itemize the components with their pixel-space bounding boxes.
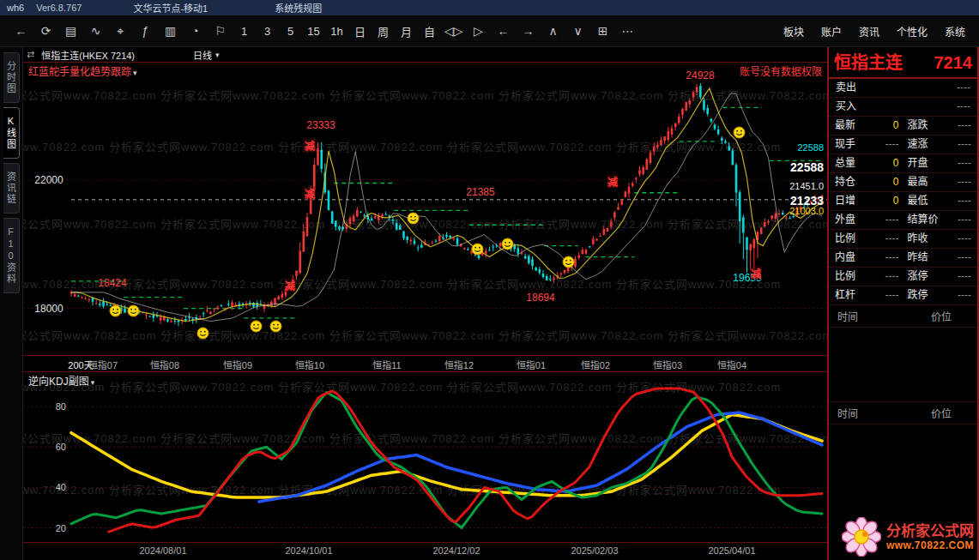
period-button-5[interactable]: 日 xyxy=(348,23,372,39)
toolbar-menu-1[interactable]: 账户 xyxy=(821,24,842,39)
quote-cell-right: 昨结---- xyxy=(903,251,976,264)
indicator-name[interactable]: 红蓝舵手量化趋势跟踪▾ xyxy=(28,63,137,78)
toolbar-menu-3[interactable]: 个性化 xyxy=(897,24,928,39)
trend-line-icon[interactable]: ∿ xyxy=(83,24,108,38)
quote-row-5: 外盘----结算价---- xyxy=(829,211,977,230)
field-label: 最高 xyxy=(908,176,928,189)
x-axis-label: 恒指12 xyxy=(444,358,474,371)
period-label: 日线 xyxy=(193,48,212,62)
field-value: ---- xyxy=(958,270,971,283)
sell-value: ---- xyxy=(957,81,970,94)
toolbar-extra-icons: ◁▷▷←→∧∨⊞⋯ xyxy=(441,24,640,38)
app-version: Ver6.8.767 xyxy=(36,3,82,13)
period-button-0[interactable]: 1 xyxy=(233,25,256,38)
candlestick-svg: 2200018000 xyxy=(23,63,827,355)
indicator-name-text: 红蓝舵手量化趋势跟踪 xyxy=(28,66,131,78)
svg-text:20: 20 xyxy=(56,523,66,533)
cloud-node-menu[interactable]: 文华云节点-移动1 xyxy=(133,1,208,15)
next-icon[interactable]: → xyxy=(516,24,541,38)
field-value: ---- xyxy=(885,214,899,226)
field-label: 内盘 xyxy=(835,251,855,264)
date-axis-label: 2024/10/01 xyxy=(285,545,332,556)
alert-flag-icon[interactable]: ⚐ xyxy=(208,24,233,38)
expand-down-icon[interactable]: ∨ xyxy=(565,24,590,38)
quote-cell-right: 速涨---- xyxy=(903,138,976,151)
quote-cell-right: 最高---- xyxy=(903,176,976,189)
field-value: ---- xyxy=(958,119,971,132)
sell-row[interactable]: 卖出 ---- xyxy=(829,79,977,98)
period-button-8[interactable]: 自 xyxy=(418,23,441,39)
period-selector[interactable]: 日线 ▾ xyxy=(193,48,220,62)
quote-cell-right: 最低---- xyxy=(903,195,976,208)
toolbar-menu-0[interactable]: 板块 xyxy=(783,24,804,39)
compare-icon[interactable]: ◁▷ xyxy=(441,24,466,38)
field-label: 昨收 xyxy=(908,232,928,245)
sidebar-tab-3[interactable]: F10资料 xyxy=(3,218,20,293)
chart-column: ⇄ 恒指主连(HKEX 7214) 日线 ▾ 2200018000 249282… xyxy=(23,47,827,560)
quote-cell-right: 结算价---- xyxy=(903,214,976,226)
quote-cell-left: 现手---- xyxy=(831,138,903,151)
date-axis-label: 2025/04/01 xyxy=(708,545,755,556)
prev-icon[interactable]: ← xyxy=(491,24,516,38)
field-label: 跌停 xyxy=(908,289,928,302)
field-value: 0 xyxy=(893,157,899,170)
field-value: 0 xyxy=(893,195,899,208)
period-button-3[interactable]: 15 xyxy=(302,25,325,38)
more-icon[interactable]: ⋯ xyxy=(615,24,640,38)
period-button-4[interactable]: 1h xyxy=(325,25,348,38)
svg-text:60: 60 xyxy=(56,442,66,452)
pie-icon[interactable]: ◔ xyxy=(183,24,208,38)
buy-row[interactable]: 买入 ---- xyxy=(829,98,977,117)
chart-header: ⇄ 恒指主连(HKEX 7214) 日线 ▾ xyxy=(23,47,827,63)
price-col-label: 价位 xyxy=(931,309,952,323)
period-button-7[interactable]: 月 xyxy=(395,23,418,39)
formula-icon[interactable]: ƒ xyxy=(133,24,158,38)
field-value: ---- xyxy=(958,138,971,151)
chevron-down-icon: ▾ xyxy=(133,69,137,77)
x-axis-label: 恒指01 xyxy=(517,358,546,371)
quote-panel: 恒指主连 7214 卖出 ---- 买入 ---- 最新0涨跌----现手---… xyxy=(827,47,979,560)
refresh-icon[interactable]: ⟳ xyxy=(33,24,58,38)
price-chart[interactable]: 2200018000 24928233331842418694196532138… xyxy=(23,63,827,356)
period-button-6[interactable]: 周 xyxy=(372,23,395,39)
collapse-up-icon[interactable]: ∧ xyxy=(541,24,565,38)
time-price-header-2: 时间 价位 xyxy=(829,402,977,425)
field-value: ---- xyxy=(885,138,899,151)
sidebar-tab-1[interactable]: K线图 xyxy=(3,107,20,159)
quote-title: 恒指主连 7214 xyxy=(829,47,977,79)
play-icon[interactable]: ▷ xyxy=(466,24,491,38)
candlestick-icon[interactable]: ▥ xyxy=(158,24,183,38)
quote-cell-left: 杠杆---- xyxy=(831,289,903,302)
report-table-icon[interactable]: ▤ xyxy=(58,24,83,38)
quote-cell-left: 内盘---- xyxy=(831,251,903,264)
quote-cell-right: 涨跌---- xyxy=(903,119,976,132)
toolbar-menu-4[interactable]: 系统 xyxy=(945,24,965,39)
svg-text:18000: 18000 xyxy=(34,303,63,315)
quote-cell-left: 最新0 xyxy=(831,119,903,132)
period-button-2[interactable]: 5 xyxy=(279,25,302,38)
field-label: 日增 xyxy=(835,195,855,208)
crosshair-icon[interactable]: ⌖ xyxy=(108,24,133,39)
field-label: 最新 xyxy=(835,119,855,132)
symbol-title: 恒指主连(HKEX 7214) xyxy=(41,48,135,62)
field-value: 0 xyxy=(893,176,899,189)
field-value: 0 xyxy=(893,119,899,132)
sidebar-tab-2[interactable]: 资讯链 xyxy=(3,163,20,214)
kdj-indicator-text: 逆向KDJ副图 xyxy=(28,376,89,388)
field-label: 比例 xyxy=(835,232,855,245)
kdj-panel[interactable]: 80604020 逆向KDJ副图▾ xyxy=(23,372,827,543)
x-axis-label: 恒指09 xyxy=(223,358,252,371)
system-menu[interactable]: 系统残规图 xyxy=(275,1,322,15)
period-button-1[interactable]: 3 xyxy=(256,25,279,38)
field-value: ---- xyxy=(885,232,899,245)
add-window-icon[interactable]: ⊞ xyxy=(590,24,615,38)
sidebar-tab-0[interactable]: 分时图 xyxy=(3,52,20,103)
toolbar-menu-2[interactable]: 资讯 xyxy=(859,24,879,39)
quote-row-8: 比例----涨停---- xyxy=(829,268,977,286)
kdj-indicator-name[interactable]: 逆向KDJ副图▾ xyxy=(28,373,94,388)
link-contract-icon[interactable]: ⇄ xyxy=(27,49,34,60)
quote-cell-right: 开盘---- xyxy=(903,157,976,170)
back-icon[interactable]: ← xyxy=(9,24,33,38)
field-value: ---- xyxy=(958,251,971,264)
quote-cell-right: 涨停---- xyxy=(903,270,976,283)
